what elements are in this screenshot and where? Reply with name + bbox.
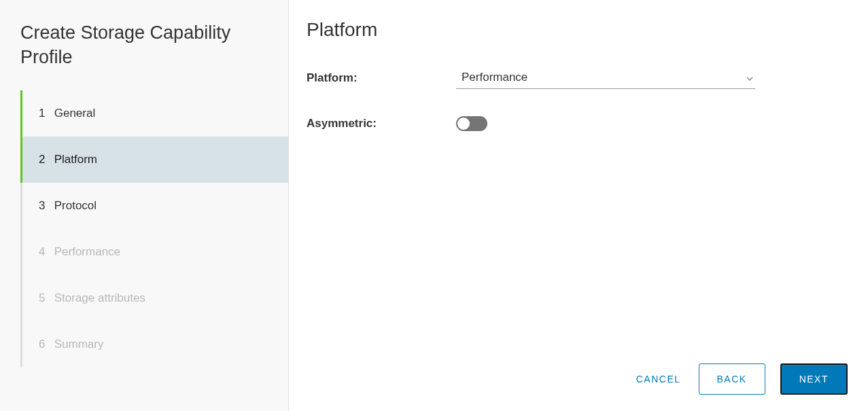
chevron-down-icon bbox=[746, 73, 754, 82]
cancel-button[interactable]: CANCEL bbox=[633, 367, 684, 391]
step-label: Protocol bbox=[54, 199, 97, 212]
asymmetric-toggle[interactable] bbox=[456, 116, 487, 131]
back-button[interactable]: BACK bbox=[699, 363, 765, 395]
wizard-step-storage-attributes: 5 Storage attributes bbox=[22, 275, 288, 321]
step-label: Summary bbox=[54, 338, 104, 351]
step-number: 3 bbox=[39, 199, 51, 213]
platform-label: Platform: bbox=[307, 71, 456, 85]
wizard-step-summary: 6 Summary bbox=[22, 321, 288, 368]
platform-select-value: Performance bbox=[462, 71, 527, 84]
step-number: 1 bbox=[39, 107, 51, 120]
step-label: Storage attributes bbox=[54, 291, 145, 304]
step-number: 6 bbox=[39, 338, 51, 351]
wizard-step-protocol: 3 Protocol bbox=[22, 183, 288, 229]
step-label: Performance bbox=[54, 245, 120, 258]
step-number: 2 bbox=[39, 153, 51, 166]
wizard-step-platform[interactable]: 2 Platform bbox=[22, 137, 288, 183]
wizard-title: Create Storage Capability Profile bbox=[20, 20, 288, 70]
step-number: 4 bbox=[39, 245, 51, 259]
asymmetric-label: Asymmetric: bbox=[307, 117, 456, 130]
page-title: Platform bbox=[307, 19, 848, 41]
step-label: General bbox=[54, 107, 95, 120]
platform-row: Platform: Performance bbox=[307, 67, 848, 89]
wizard-step-general[interactable]: 1 General bbox=[22, 90, 288, 137]
wizard-sidebar: Create Storage Capability Profile 1 Gene… bbox=[0, 0, 289, 411]
asymmetric-row: Asymmetric: bbox=[307, 116, 848, 131]
platform-select[interactable]: Performance bbox=[456, 67, 755, 89]
wizard-steps: 1 General 2 Platform 3 Protocol 4 Perfor… bbox=[20, 90, 288, 368]
next-button[interactable]: NEXT bbox=[780, 363, 848, 395]
wizard-step-performance: 4 Performance bbox=[22, 229, 288, 275]
main-panel: Platform Platform: Performance Asymmetri… bbox=[289, 0, 868, 411]
platform-form: Platform: Performance Asymmetric: bbox=[307, 67, 848, 363]
wizard-footer: CANCEL BACK NEXT bbox=[307, 363, 848, 395]
step-label: Platform bbox=[54, 153, 97, 166]
step-number: 5 bbox=[39, 291, 51, 305]
